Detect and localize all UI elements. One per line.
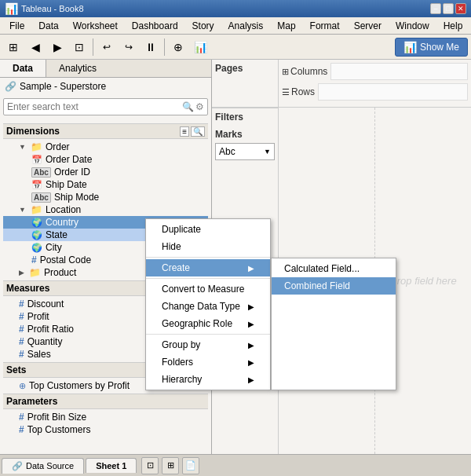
tree-item-top-customers-param[interactable]: # Top Customers — [3, 423, 208, 436]
marks-label: Marks — [215, 129, 275, 140]
postal-code-label: Postal Code — [40, 254, 91, 265]
new-worksheet-button[interactable]: ⊡ — [141, 457, 159, 474]
ctx-hide[interactable]: Hide — [146, 238, 270, 255]
ctx-hierarchy[interactable]: Hierarchy ▶ — [146, 371, 270, 388]
columns-drop-zone[interactable] — [330, 63, 468, 80]
pages-section: Pages — [212, 60, 279, 107]
toolbar-back-button[interactable]: ◀ — [25, 37, 46, 57]
ctx-duplicate[interactable]: Duplicate — [146, 221, 270, 238]
ctx-group-by-arrow: ▶ — [248, 341, 254, 350]
tab-data[interactable]: Data — [0, 60, 46, 77]
maximize-button[interactable]: □ — [443, 3, 454, 14]
columns-shelf: ⊞ Columns — [282, 63, 468, 80]
postalcode-hash-icon: # — [31, 254, 37, 265]
rows-drop-zone[interactable] — [318, 83, 468, 101]
toolbar-pause-button[interactable]: ⏸ — [141, 37, 161, 57]
menu-data[interactable]: Data — [32, 19, 64, 33]
new-dashboard-button[interactable]: ⊞ — [162, 457, 179, 474]
tab-sheet1[interactable]: Sheet 1 — [86, 458, 137, 473]
minimize-button[interactable]: – — [430, 3, 441, 14]
toolbar-chart-button[interactable]: 📊 — [190, 37, 210, 57]
tree-item-order-id[interactable]: Abc Order ID — [3, 166, 208, 178]
show-me-button[interactable]: 📊 Show Me — [395, 38, 468, 57]
order-label: Order — [46, 141, 70, 152]
city-globe-icon: 🌍 — [31, 243, 42, 253]
search-icon[interactable]: 🔍 — [182, 101, 194, 112]
toolbar-forward-button[interactable]: ▶ — [47, 37, 68, 57]
ctx-sep3 — [146, 334, 270, 335]
tab-datasource[interactable]: 🔗 Data Source — [2, 458, 84, 474]
orderid-abc-icon: Abc — [31, 167, 51, 178]
bottom-icons: ⊡ ⊞ 📄 — [141, 457, 199, 474]
ctx-change-datatype-arrow: ▶ — [248, 302, 254, 311]
top-customers-label: Top Customers by Profit — [29, 380, 130, 391]
country-label: Country — [46, 217, 78, 228]
ctx-group-by[interactable]: Group by ▶ — [146, 336, 270, 353]
tree-item-order-date[interactable]: 📅 Order Date — [3, 153, 208, 166]
toolbar-add-datasource-button[interactable]: ⊕ — [168, 37, 188, 57]
ctx-folders-arrow: ▶ — [248, 358, 254, 367]
toolbar-undo-button[interactable]: ↩ — [97, 37, 117, 57]
ctx-change-datatype[interactable]: Change Data Type ▶ — [146, 298, 270, 315]
menu-bar: File Data Worksheet Dashboard Story Anal… — [0, 17, 471, 35]
tree-item-ship-mode[interactable]: Abc Ship Mode — [3, 191, 208, 203]
ctx-folders[interactable]: Folders ▶ — [146, 353, 270, 371]
menu-worksheet[interactable]: Worksheet — [67, 19, 124, 33]
country-globe-icon: 🌍 — [31, 218, 42, 228]
dimensions-search-icon[interactable]: 🔍 — [191, 126, 205, 137]
location-label: Location — [46, 204, 81, 215]
tab-analytics[interactable]: Analytics — [46, 60, 109, 77]
state-label: State — [46, 229, 68, 240]
menu-server[interactable]: Server — [348, 19, 388, 33]
submenu-calculated-field[interactable]: Calculated Field... — [272, 260, 396, 277]
menu-map[interactable]: Map — [271, 19, 301, 33]
ctx-convert[interactable]: Convert to Measure — [146, 280, 270, 298]
ctx-create-arrow: ▶ — [248, 264, 254, 273]
state-globe-icon: 🌍 — [31, 230, 42, 240]
new-story-button[interactable]: 📄 — [182, 457, 199, 474]
profit-bin-label: Profit Bin Size — [27, 412, 86, 423]
tree-item-profit-bin[interactable]: # Profit Bin Size — [3, 411, 208, 423]
search-options-icon[interactable]: ⚙ — [195, 101, 204, 112]
profitbin-hash-icon: # — [19, 412, 24, 423]
profitratio-hash-icon: # — [19, 324, 24, 335]
app-icon: 📊 — [5, 2, 18, 15]
context-menu: Duplicate Hide Create ▶ Convert to Measu… — [145, 218, 271, 390]
menu-window[interactable]: Window — [389, 19, 436, 33]
ctx-create[interactable]: Create ▶ — [146, 259, 270, 276]
marks-type-selector[interactable]: Abc ▼ — [215, 143, 275, 160]
shipmode-abc-icon: Abc — [31, 192, 51, 203]
profit-label: Profit — [27, 311, 49, 322]
menu-analysis[interactable]: Analysis — [222, 19, 270, 33]
toolbar-redo-button[interactable]: ↪ — [119, 37, 139, 57]
search-box[interactable]: 🔍 ⚙ — [3, 98, 208, 115]
submenu-combined-field[interactable]: Combined Field — [272, 277, 396, 295]
menu-file[interactable]: File — [3, 19, 31, 33]
menu-dashboard[interactable]: Dashboard — [126, 19, 184, 33]
toolbar-save-button[interactable]: ⊡ — [69, 37, 89, 57]
submenu: Calculated Field... Combined Field — [271, 258, 396, 390]
tree-item-order[interactable]: ▼ 📁 Order — [3, 141, 208, 153]
menu-format[interactable]: Format — [304, 19, 346, 33]
discount-hash-icon: # — [19, 298, 24, 309]
location-expand-arrow: ▼ — [19, 206, 26, 214]
close-button[interactable]: ✕ — [455, 3, 466, 14]
discount-label: Discount — [27, 298, 64, 309]
search-input[interactable] — [7, 101, 182, 112]
dimensions-list-icon[interactable]: ≡ — [180, 126, 189, 137]
ctx-sep1 — [146, 257, 270, 258]
shipdate-calendar-icon: 📅 — [31, 180, 42, 190]
order-folder-icon: 📁 — [31, 141, 42, 152]
dimensions-label: Dimensions — [6, 126, 60, 137]
ctx-create-label: Create — [162, 262, 190, 273]
menu-story[interactable]: Story — [186, 19, 221, 33]
tree-item-location[interactable]: ▼ 📁 Location — [3, 203, 208, 216]
profit-hash-icon: # — [19, 311, 24, 322]
menu-help[interactable]: Help — [437, 19, 469, 33]
tree-item-ship-date[interactable]: 📅 Ship Date — [3, 178, 208, 191]
title-bar-controls: – □ ✕ — [430, 3, 466, 14]
dimensions-header: Dimensions ≡ 🔍 — [3, 123, 208, 139]
ctx-geo-role[interactable]: Geographic Role ▶ — [146, 315, 270, 332]
search-icons: 🔍 ⚙ — [182, 101, 204, 112]
toolbar-new-button[interactable]: ⊞ — [3, 37, 24, 57]
